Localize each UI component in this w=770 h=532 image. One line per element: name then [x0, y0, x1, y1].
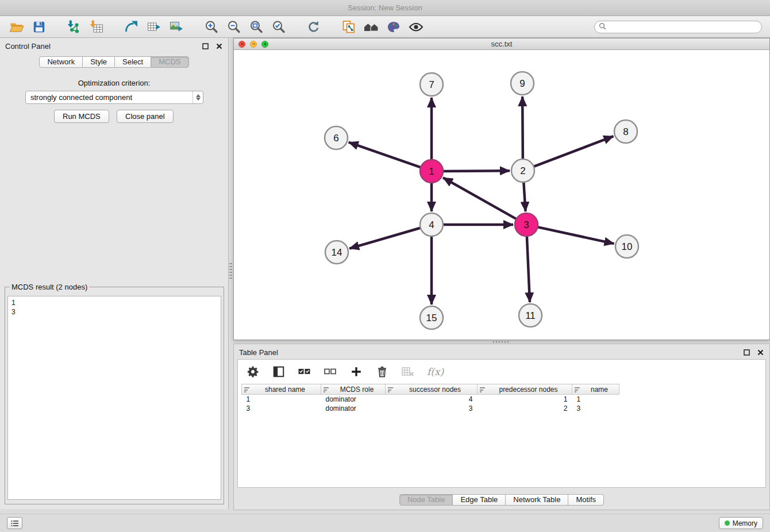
criterion-dropdown[interactable]: strongly connected component — [25, 91, 203, 104]
control-tab-style[interactable]: Style — [82, 56, 115, 68]
refresh-network-icon[interactable] — [305, 18, 322, 36]
graph-node-8[interactable]: 8 — [614, 120, 637, 143]
horizontal-splitter-handle[interactable] — [493, 341, 510, 343]
mcds-result-box[interactable]: 13 — [7, 296, 221, 500]
control-tab-select[interactable]: Select — [114, 56, 151, 68]
column-header-mcds-role[interactable]: MCDS role — [321, 384, 386, 395]
graph-edge-1-2[interactable] — [441, 171, 510, 171]
control-tab-mcds[interactable]: MCDS — [151, 56, 188, 68]
graph-node-11[interactable]: 11 — [519, 304, 542, 327]
search-box[interactable] — [594, 21, 762, 33]
control-tab-network[interactable]: Network — [39, 56, 83, 68]
mcds-result-groupbox: MCDS result (2 nodes) 13 — [5, 283, 224, 504]
graph-node-7[interactable]: 7 — [420, 73, 443, 96]
graph-edge-4-14[interactable] — [349, 227, 423, 248]
apply-style-icon[interactable] — [385, 18, 402, 36]
export-table-icon[interactable] — [145, 18, 163, 36]
graph-edge-1-6[interactable] — [349, 142, 423, 168]
svg-text:8: 8 — [623, 126, 628, 137]
graph-node-3[interactable]: 3 — [515, 213, 538, 236]
table-cell-predecessor-nodes[interactable]: 2 — [478, 404, 572, 413]
show-columns-icon[interactable] — [272, 365, 286, 379]
memory-button[interactable]: Memory — [719, 517, 763, 529]
first-neighbors-icon[interactable] — [363, 18, 380, 36]
table-cell-mcds-role[interactable]: dominator — [321, 404, 386, 413]
table-settings-gear-icon[interactable] — [246, 365, 260, 379]
table-tab-node-table[interactable]: Node Table — [399, 494, 453, 506]
graph-node-2[interactable]: 2 — [511, 159, 534, 182]
table-cell-shared-name[interactable]: 1 — [242, 395, 321, 404]
status-menu-button[interactable] — [7, 517, 22, 529]
show-graphics-details-eye-icon[interactable] — [407, 18, 425, 36]
optimization-criterion-label: Optimization criterion: — [0, 79, 228, 87]
column-header-successor-nodes[interactable]: successor nodes — [386, 384, 478, 395]
table-cell-name[interactable]: 3 — [572, 404, 619, 413]
graph-edge-2-9[interactable] — [522, 97, 523, 161]
table-cell-successor-nodes[interactable]: 3 — [386, 404, 478, 413]
control-panel-header: Control Panel — [0, 38, 228, 54]
zoom-fit-icon[interactable] — [248, 18, 265, 36]
network-window-titlebar[interactable]: scc.txt — [234, 38, 769, 50]
delete-row-trash-icon[interactable] — [375, 365, 389, 379]
run-mcds-button[interactable]: Run MCDS — [54, 110, 109, 123]
close-window-icon[interactable] — [238, 41, 245, 48]
table-panel-tabs: Node TableEdge TableNetwork TableMotifs — [234, 494, 769, 506]
duplicate-network-icon[interactable] — [340, 18, 357, 36]
close-panel-icon[interactable] — [215, 42, 223, 50]
control-panel-tabs: NetworkStyleSelectMCDS — [0, 56, 228, 68]
import-network-icon[interactable] — [66, 18, 83, 36]
import-table-icon[interactable] — [88, 18, 105, 36]
zoom-selected-icon[interactable] — [270, 18, 287, 36]
graph-node-14[interactable]: 14 — [325, 241, 348, 264]
table-cell-mcds-role[interactable]: dominator — [321, 395, 386, 404]
float-panel-icon[interactable] — [201, 42, 209, 50]
column-header-name[interactable]: name — [572, 384, 619, 395]
close-table-panel-icon[interactable] — [756, 348, 764, 356]
add-row-icon[interactable] — [349, 365, 363, 379]
open-session-icon[interactable] — [8, 18, 25, 36]
graph-edge-2-8[interactable] — [532, 136, 614, 167]
graph-node-1[interactable]: 1 — [420, 160, 443, 183]
maximize-window-icon[interactable] — [261, 41, 268, 48]
graph-edge-3-1[interactable] — [443, 178, 518, 220]
table-row[interactable]: 1dominator411 — [242, 395, 619, 404]
column-attr-icon — [244, 387, 249, 392]
table-panel: Table Panel — [233, 344, 770, 510]
network-window-title: scc.txt — [234, 40, 769, 48]
table-tab-edge-table[interactable]: Edge Table — [452, 494, 506, 506]
table-cell-name[interactable]: 1 — [572, 395, 619, 404]
save-session-icon[interactable] — [30, 18, 48, 36]
column-header-predecessor-nodes[interactable]: predecessor nodes — [478, 384, 572, 395]
select-all-icon[interactable] — [298, 365, 311, 379]
deselect-all-icon[interactable] — [324, 365, 337, 379]
minimize-window-icon[interactable] — [250, 41, 257, 48]
export-network-icon[interactable] — [123, 18, 140, 36]
table-cell-shared-name[interactable]: 3 — [242, 404, 321, 413]
graph-node-4[interactable]: 4 — [420, 213, 443, 236]
vertical-splitter-handle[interactable] — [229, 263, 232, 280]
zoom-in-icon[interactable] — [203, 18, 220, 36]
table-cell-successor-nodes[interactable]: 4 — [386, 395, 478, 404]
table-tab-network-table[interactable]: Network Table — [505, 494, 568, 506]
mcds-result-line: 3 — [11, 307, 217, 317]
graph-node-15[interactable]: 15 — [420, 306, 443, 329]
close-panel-button[interactable]: Close panel — [117, 110, 174, 123]
graph-node-6[interactable]: 6 — [325, 126, 348, 149]
zoom-out-icon[interactable] — [225, 18, 242, 36]
graph-node-10[interactable]: 10 — [615, 235, 638, 258]
graph-edge-3-11[interactable] — [527, 234, 530, 302]
table-cell-predecessor-nodes[interactable]: 1 — [478, 395, 572, 404]
search-input[interactable] — [606, 22, 761, 32]
svg-text:7: 7 — [429, 79, 434, 90]
column-header-shared-name[interactable]: shared name — [242, 384, 321, 395]
memory-label: Memory — [733, 519, 757, 527]
graph-edge-2-3[interactable] — [523, 180, 526, 211]
export-image-icon[interactable] — [168, 18, 185, 36]
graph-node-9[interactable]: 9 — [511, 72, 534, 95]
table-tab-motifs[interactable]: Motifs — [568, 494, 604, 506]
table-row[interactable]: 3dominator323 — [242, 404, 619, 413]
graph-edge-3-10[interactable] — [536, 226, 614, 244]
column-attr-icon — [480, 387, 485, 392]
float-table-panel-icon[interactable] — [742, 348, 750, 356]
network-canvas[interactable]: 7968124314101511 — [234, 50, 769, 340]
